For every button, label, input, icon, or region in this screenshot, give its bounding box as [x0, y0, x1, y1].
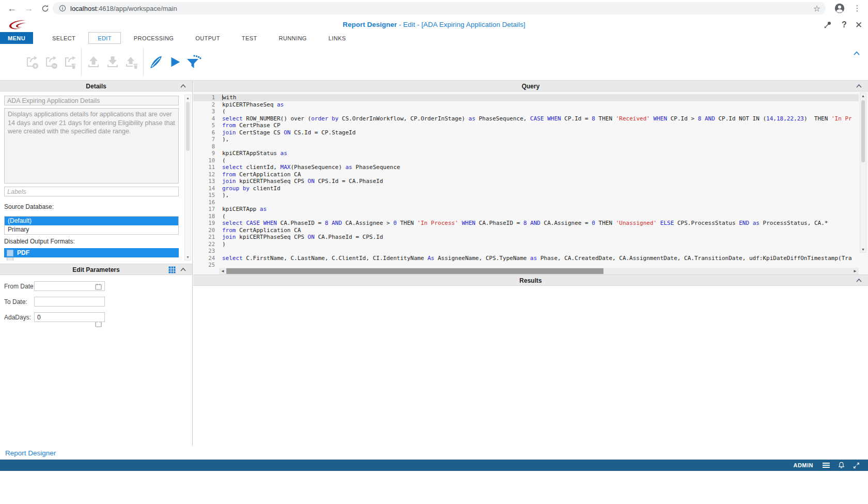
sql-editor[interactable]: 1with2kpiCERTPhaseSeq as3(4select ROW_NU… [193, 91, 868, 274]
labels-field[interactable] [4, 187, 179, 196]
edit-pen-icon[interactable] [146, 52, 165, 72]
scroll-left-icon[interactable]: ◄ [221, 269, 225, 273]
code-line: 22) [193, 241, 859, 248]
avatar-icon[interactable] [833, 2, 846, 15]
menu-icon[interactable] [823, 463, 830, 468]
edit-parameters-collapse-icon[interactable] [180, 268, 186, 271]
list-item[interactable]: Primary [5, 225, 178, 234]
calendar-icon[interactable] [95, 283, 102, 292]
source-database-list: (Default) Primary [4, 216, 179, 235]
tab-processing[interactable]: PROCESSING [123, 32, 184, 44]
user-menu[interactable]: ADMIN [793, 462, 813, 468]
url-text[interactable]: localhost:4618/app/workspace/main [70, 5, 177, 12]
grid-icon[interactable] [168, 266, 176, 276]
code-line: 11select clientId, MAX(PhaseSequence) as… [193, 164, 859, 171]
details-panel-body: Source Database: (Default) Primary Disab… [0, 91, 192, 264]
list-item-partial [4, 257, 179, 261]
code-line: 24select C.FirstName, C.LastName, C.Clie… [193, 255, 859, 262]
tab-running[interactable]: RUNNING [268, 32, 318, 44]
code-line: 4select ROW_NUMBER() over (order by CS.O… [193, 115, 859, 123]
code-line: 8 [193, 143, 859, 150]
to-date-label: To Date: [4, 298, 27, 306]
fullscreen-icon[interactable] [853, 462, 860, 469]
results-panel-body [193, 286, 868, 446]
tab-output[interactable]: OUTPUT [184, 32, 231, 44]
run-icon[interactable] [165, 52, 184, 72]
format-label: PDF [17, 249, 29, 256]
scroll-thumb[interactable] [861, 100, 865, 162]
pin-icon[interactable] [823, 20, 833, 30]
from-date-field[interactable] [34, 281, 105, 291]
upload-icon[interactable] [84, 52, 103, 72]
left-panel: Details Source Database: (Default) Prima… [0, 80, 193, 446]
adadays-field[interactable] [34, 312, 105, 322]
code-line: 13join kpiCERTPhaseSeq CPS ON CPS.Id = C… [193, 178, 859, 185]
address-bar[interactable]: localhost:4618/app/workspace/main ☆ [53, 2, 826, 14]
to-date-field[interactable] [34, 297, 105, 307]
code-line: 7), [193, 136, 859, 143]
list-item[interactable]: (Default) [5, 217, 178, 225]
upload-delete-icon[interactable] [122, 52, 141, 72]
vertical-scrollbar[interactable]: ▲ ▼ [860, 93, 866, 253]
horizontal-scrollbar[interactable]: ◄ ► [219, 268, 859, 274]
help-icon[interactable]: ? [839, 20, 849, 30]
scroll-thumb[interactable] [186, 102, 190, 151]
adadays-label: AdaDays: [4, 314, 31, 321]
source-database-label: Source Database: [4, 203, 54, 210]
details-title: Details [0, 83, 192, 90]
close-icon[interactable]: ✕ [854, 20, 864, 30]
code-line: 12from CertApplication CA [193, 171, 859, 178]
details-scrollbar[interactable]: ▲ ▼ [184, 95, 191, 261]
query-title: Query [193, 83, 868, 90]
code-line: 23 [193, 248, 859, 255]
results-collapse-icon[interactable] [856, 279, 862, 282]
share-delete-icon[interactable] [60, 52, 79, 72]
report-designer-link[interactable]: Report Designer [5, 449, 56, 457]
tab-links[interactable]: LINKS [318, 32, 357, 44]
scroll-up-icon[interactable]: ▲ [860, 94, 866, 98]
menu-dots-icon[interactable]: ⋮ [850, 2, 864, 15]
query-collapse-icon[interactable] [856, 84, 862, 88]
disabled-output-formats-label: Disabled Output Formats: [4, 238, 75, 245]
back-icon[interactable]: ← [5, 2, 19, 15]
scroll-right-icon[interactable]: ► [853, 269, 857, 273]
tab-menu[interactable]: MENU [0, 32, 33, 44]
bell-icon[interactable] [838, 462, 845, 469]
code-line: 10( [193, 157, 859, 164]
forward-icon[interactable]: → [22, 2, 35, 15]
share-add-icon[interactable] [22, 52, 41, 72]
report-name-field[interactable] [4, 96, 179, 105]
code-line: 9kpiCERTAppStatus as [193, 150, 859, 157]
code-line: 17kpiCERTApp as [193, 206, 859, 213]
scroll-thumb[interactable] [226, 268, 603, 274]
tab-select[interactable]: SELECT [41, 32, 86, 44]
code-line: 21join kpiCERTPhaseSeq CPS ON CA.PhaseId… [193, 234, 859, 241]
edit-parameters-title: Edit Parameters [0, 266, 192, 273]
toolbar-collapse-icon[interactable] [854, 51, 860, 55]
status-bar: ADMIN [0, 460, 868, 471]
results-title: Results [193, 277, 868, 284]
info-icon[interactable] [59, 5, 66, 12]
reload-icon[interactable] [38, 2, 52, 15]
filter-icon[interactable] [184, 52, 203, 72]
code-line: 1with [193, 94, 859, 101]
tab-test[interactable]: TEST [231, 32, 268, 44]
list-item[interactable]: PDF [4, 248, 179, 257]
toolbar-separator [143, 48, 144, 76]
checkbox-icon[interactable] [7, 250, 13, 256]
scroll-down-icon[interactable]: ▼ [860, 248, 866, 251]
scroll-down-icon[interactable]: ▼ [185, 255, 191, 259]
details-collapse-icon[interactable] [180, 84, 186, 88]
toolbar-separator [81, 48, 82, 76]
share-remove-icon[interactable] [41, 52, 60, 72]
report-description-field[interactable] [4, 108, 179, 184]
tab-edit[interactable]: EDIT [88, 32, 121, 44]
edit-parameters-header: Edit Parameters [0, 264, 192, 275]
app-header: Report Designer - Edit - [ADA Expiring A… [0, 17, 868, 32]
scroll-up-icon[interactable]: ▲ [185, 96, 191, 100]
page-title: Report Designer - Edit - [ADA Expiring A… [0, 21, 868, 28]
star-icon[interactable]: ☆ [813, 4, 820, 13]
download-icon[interactable] [103, 52, 122, 72]
results-panel-header: Results [193, 274, 868, 286]
edit-parameters-body: From Date: To Date: AdaDays: [0, 275, 192, 446]
